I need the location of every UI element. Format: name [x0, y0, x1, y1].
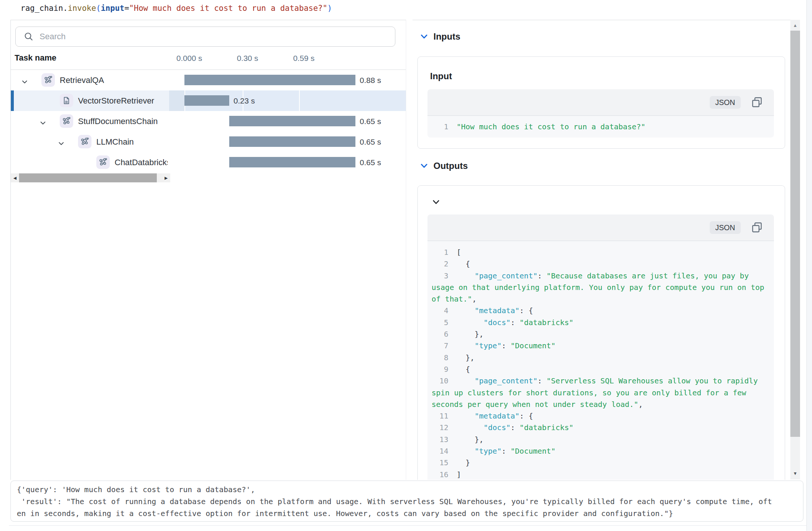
duration-bar — [229, 116, 355, 126]
code-line: 16] — [427, 469, 774, 480]
vertical-scrollbar[interactable]: ▲ ▼ — [790, 20, 800, 479]
json-punctuation: : { — [520, 306, 533, 315]
json-punctuation — [457, 341, 475, 350]
json-punctuation: : { — [520, 411, 533, 420]
chain-node-icon — [78, 135, 91, 148]
result-text: {'query': 'How much does it cost to run … — [11, 481, 803, 519]
inputs-section-header[interactable]: Inputs — [413, 31, 786, 46]
copy-icon[interactable] — [752, 97, 763, 108]
notebook-code-line: rag_chain.invoke(input="How much does it… — [21, 4, 332, 13]
code-text: { — [457, 258, 470, 270]
search-input[interactable] — [39, 28, 388, 45]
search-box[interactable] — [15, 27, 395, 47]
scroll-right-button[interactable]: ▶ — [162, 173, 170, 182]
json-key: "metadata" — [475, 306, 519, 315]
task-row-RetrievalQA[interactable]: 0.88 sRetrievalQA — [11, 70, 406, 90]
trace-viewer-page: rag_chain.invoke(input="How much does it… — [0, 0, 812, 531]
task-row-name-cell: ChatDatabricks — [11, 152, 168, 173]
json-punctuation: : — [538, 376, 547, 385]
json-punctuation — [457, 318, 483, 327]
code-text: "type": "Document" — [457, 340, 556, 352]
code-line: 15 } — [427, 457, 774, 469]
collapse-output-chevron-icon[interactable] — [433, 200, 439, 204]
json-string: usage on that underlying platform. You o… — [432, 282, 764, 293]
collapse-outputs-chevron-icon[interactable] — [421, 164, 427, 168]
code-text: }, — [457, 434, 483, 445]
duration-bar — [229, 136, 355, 147]
code-token-plain: . — [63, 4, 68, 13]
retriever-node-icon — [60, 94, 73, 107]
scroll-up-button[interactable]: ▲ — [790, 20, 800, 31]
code-text: "metadata": { — [457, 305, 533, 317]
scroll-down-button[interactable]: ▼ — [790, 467, 800, 479]
horizontal-scrollbar-thumb[interactable] — [19, 173, 157, 182]
expand-toggle[interactable] — [22, 78, 27, 85]
code-text: "type": "Document" — [457, 445, 556, 457]
code-line: 10 "page_content": "Serverless SQL Wareh… — [427, 375, 774, 387]
code-line: 9 { — [427, 364, 774, 375]
page-right-gutter — [806, 0, 812, 531]
chain-node-icon — [60, 114, 73, 128]
json-string: spin up clusters for short durations, so… — [432, 387, 746, 399]
json-punctuation: }, — [457, 435, 483, 444]
json-punctuation: , — [472, 293, 476, 305]
code-token-param: input — [101, 4, 124, 13]
json-string: "databricks" — [520, 423, 574, 432]
task-row-StuffDocumentsChain[interactable]: 0.65 sStuffDocumentsChain — [11, 111, 406, 132]
chain-node-icon — [96, 155, 110, 169]
json-format-badge[interactable]: JSON — [710, 96, 741, 109]
selected-row-highlight — [169, 90, 184, 111]
task-row-label: LLMChain — [96, 132, 134, 152]
task-row-VectorStoreRetriever[interactable]: 0.23 sVectorStoreRetriever — [11, 90, 406, 111]
notebook-output-cell: {'query': 'How much does it cost to run … — [10, 481, 803, 522]
line-number: 15 — [427, 457, 448, 469]
line-number: 14 — [427, 445, 448, 457]
duration-bar — [184, 95, 229, 106]
output-code-toolbar: JSON — [427, 214, 774, 241]
expand-chevron-icon[interactable] — [59, 142, 64, 145]
expand-toggle[interactable] — [59, 140, 64, 147]
json-punctuation — [457, 411, 475, 420]
json-punctuation — [457, 447, 475, 456]
line-number: 12 — [427, 422, 448, 433]
code-line: 8 }, — [427, 352, 774, 364]
expand-chevron-icon[interactable] — [40, 121, 46, 125]
line-number: 16 — [427, 469, 448, 480]
task-row-LLMChain[interactable]: 0.65 sLLMChain — [11, 132, 406, 152]
json-string: "Document" — [511, 341, 556, 350]
duration-label: 0.65 s — [360, 111, 381, 132]
json-key: "metadata" — [475, 411, 519, 420]
json-key: "page_content" — [475, 376, 538, 385]
duration-label: 0.23 s — [234, 90, 255, 111]
outputs-section-header[interactable]: Outputs — [413, 161, 786, 176]
json-punctuation: }, — [457, 330, 483, 339]
line-number: 7 — [427, 340, 448, 352]
code-text: }, — [457, 352, 475, 364]
expand-toggle[interactable] — [40, 120, 46, 126]
scroll-left-button[interactable]: ◀ — [11, 173, 19, 182]
code-line: 11 "metadata": { — [427, 410, 774, 422]
code-text: "docs": "databricks" — [457, 422, 573, 433]
vertical-scrollbar-thumb[interactable] — [790, 31, 800, 437]
code-token-bracket: ( — [96, 4, 101, 13]
result-line: en in seconds, making it a cost-effectiv… — [17, 507, 799, 519]
horizontal-scrollbar[interactable]: ◀ ▶ — [11, 173, 170, 182]
code-line: 12 "docs": "databricks" — [427, 422, 774, 433]
task-row-ChatDatabricks[interactable]: 0.65 sChatDatabricks — [11, 152, 406, 173]
collapse-inputs-chevron-icon[interactable] — [421, 34, 427, 39]
json-punctuation — [457, 271, 475, 280]
copy-icon[interactable] — [752, 222, 763, 233]
json-string: "Document" — [511, 447, 556, 456]
expand-chevron-icon[interactable] — [22, 80, 27, 84]
json-string: "Serverless SQL Warehouses allow you to … — [547, 376, 758, 385]
json-punctuation: : — [538, 271, 547, 280]
json-format-badge[interactable]: JSON — [710, 221, 741, 234]
code-line: spin up clusters for short durations, so… — [427, 387, 774, 399]
code-line: 2 { — [427, 258, 774, 270]
code-line: of that.", — [427, 293, 774, 305]
code-line: 1[ — [427, 247, 774, 258]
code-text: } — [457, 457, 470, 469]
code-text: "How much does it cost to run a database… — [457, 116, 645, 138]
line-number: 1 — [427, 247, 448, 258]
input-code-block: JSON 1"How much does it cost to run a da… — [427, 89, 774, 138]
